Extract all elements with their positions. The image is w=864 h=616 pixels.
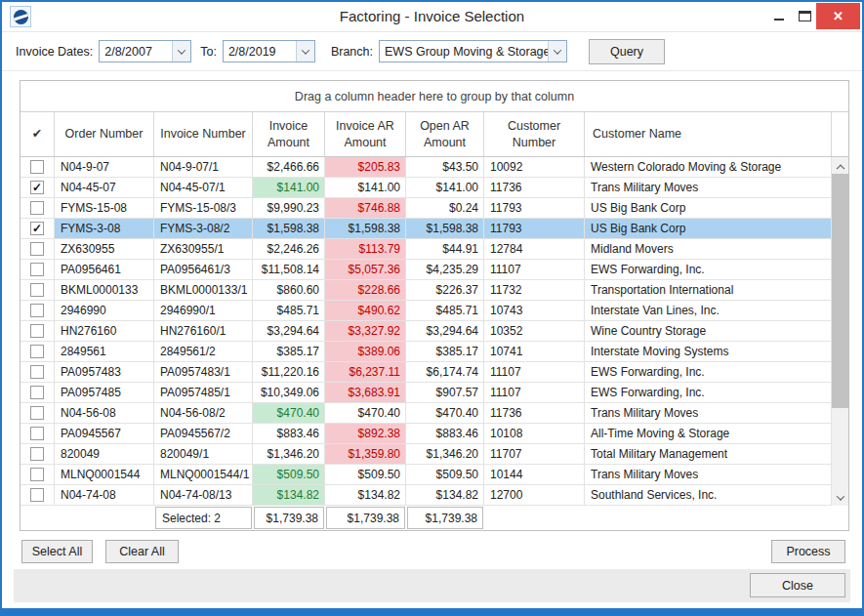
maximize-button[interactable] bbox=[792, 3, 817, 29]
table-row[interactable]: ✓ FYMS-3-08 FYMS-3-08/2 $1,598.38 $1,598… bbox=[21, 219, 832, 239]
cell-order-number: 2946990 bbox=[55, 301, 154, 320]
table-row[interactable]: PA0957483 PA0957483/1 $11,220.16 $6,237.… bbox=[21, 362, 832, 383]
scroll-up-button[interactable] bbox=[832, 157, 848, 174]
scrollbar-thumb[interactable] bbox=[832, 174, 848, 408]
table-row[interactable]: BKML0000133 BKML0000133/1 $860.60 $228.6… bbox=[21, 280, 832, 301]
row-checkbox[interactable] bbox=[30, 427, 44, 440]
column-header-check[interactable]: ✔ bbox=[21, 112, 55, 156]
close-button[interactable]: Close bbox=[750, 573, 845, 597]
close-window-button[interactable]: ✕ bbox=[816, 3, 860, 29]
cell-invoice-ar-amount: $509.50 bbox=[325, 465, 406, 484]
cell-invoice-amount: $11,220.16 bbox=[253, 362, 325, 382]
cell-customer-number: 12700 bbox=[484, 485, 585, 505]
cell-invoice-number: BKML0000133/1 bbox=[154, 280, 253, 300]
date-from-dropdown-button[interactable] bbox=[172, 41, 190, 62]
row-checkbox-cell bbox=[21, 260, 55, 279]
column-header-invoice-number[interactable]: Invoice Number bbox=[154, 112, 253, 156]
branch-dropdown-button[interactable] bbox=[548, 41, 566, 62]
table-row[interactable]: HN276160 HN276160/1 $3,294.64 $3,327.92 … bbox=[21, 321, 832, 342]
date-from-picker[interactable]: 2/8/2007 bbox=[99, 40, 191, 62]
date-to-dropdown-button[interactable] bbox=[296, 41, 314, 62]
cell-open-ar-amount: $4,235.29 bbox=[406, 260, 484, 279]
cell-customer-number: 10092 bbox=[484, 157, 585, 177]
cell-customer-number: 10352 bbox=[484, 321, 585, 341]
row-checkbox[interactable] bbox=[30, 365, 44, 379]
column-header-invoice-ar[interactable]: Invoice AR Amount bbox=[325, 112, 406, 156]
table-row[interactable]: 2849561 2849561/2 $385.17 $389.06 $385.1… bbox=[21, 342, 832, 362]
minimize-button[interactable] bbox=[766, 3, 792, 29]
table-row[interactable]: FYMS-15-08 FYMS-15-08/3 $9,990.23 $746.8… bbox=[21, 198, 832, 219]
row-checkbox[interactable]: ✓ bbox=[30, 181, 44, 194]
column-header-order-number[interactable]: Order Number bbox=[55, 112, 154, 156]
select-all-button[interactable]: Select All bbox=[21, 540, 93, 563]
row-checkbox[interactable] bbox=[30, 488, 44, 502]
cell-customer-number: 11707 bbox=[484, 444, 585, 464]
cell-order-number: PA0956461 bbox=[55, 260, 154, 279]
grid-summary-row: Selected: 2 $1,739.38 $1,739.38 $1,739.3… bbox=[21, 507, 848, 531]
row-checkbox-cell bbox=[21, 301, 55, 320]
row-checkbox[interactable] bbox=[30, 468, 44, 481]
cell-open-ar-amount: $1,598.38 bbox=[406, 219, 484, 238]
table-row[interactable]: N04-74-08 N04-74-08/13 $134.82 $134.82 $… bbox=[21, 485, 832, 506]
column-header-open-ar[interactable]: Open AR Amount bbox=[406, 112, 484, 156]
row-checkbox[interactable] bbox=[30, 324, 44, 338]
cell-invoice-ar-amount: $470.40 bbox=[325, 403, 406, 423]
table-row[interactable]: 820049 820049/1 $1,346.20 $1,359.80 $1,3… bbox=[21, 444, 832, 465]
row-checkbox[interactable]: ✓ bbox=[30, 222, 44, 235]
clear-all-button[interactable]: Clear All bbox=[105, 540, 179, 563]
table-row[interactable]: ZX630955 ZX630955/1 $2,246.26 $113.79 $4… bbox=[21, 239, 832, 260]
row-checkbox-cell bbox=[21, 198, 55, 218]
row-checkbox[interactable] bbox=[30, 304, 44, 317]
cell-customer-number: 11793 bbox=[484, 198, 585, 218]
row-checkbox[interactable] bbox=[30, 345, 44, 358]
column-header-customer-number[interactable]: Customer Number bbox=[484, 112, 585, 156]
table-row[interactable]: ✓ N04-45-07 N04-45-07/1 $141.00 $141.00 … bbox=[21, 178, 832, 198]
row-checkbox[interactable] bbox=[30, 283, 44, 297]
row-checkbox[interactable] bbox=[30, 386, 44, 399]
row-checkbox[interactable] bbox=[30, 201, 44, 215]
table-row[interactable]: N04-9-07 N04-9-07/1 $2,466.66 $205.83 $4… bbox=[21, 157, 832, 178]
row-checkbox-cell bbox=[21, 280, 55, 300]
table-row[interactable]: PA0957485 PA0957485/1 $10,349.06 $3,683.… bbox=[21, 383, 832, 403]
cell-invoice-ar-amount: $205.83 bbox=[325, 157, 406, 177]
cell-invoice-ar-amount: $746.88 bbox=[325, 198, 406, 218]
row-checkbox[interactable] bbox=[30, 160, 44, 174]
cell-open-ar-amount: $485.71 bbox=[406, 301, 484, 320]
table-row[interactable]: N04-56-08 N04-56-08/2 $470.40 $470.40 $4… bbox=[21, 403, 832, 424]
cell-order-number: 820049 bbox=[55, 444, 154, 464]
cell-invoice-number: 820049/1 bbox=[154, 444, 253, 464]
table-row[interactable]: 2946990 2946990/1 $485.71 $490.62 $485.7… bbox=[21, 301, 832, 321]
row-checkbox-cell: ✓ bbox=[21, 219, 55, 238]
summary-spacer bbox=[21, 507, 55, 531]
cell-invoice-number: FYMS-3-08/2 bbox=[154, 219, 253, 238]
invoice-grid: Drag a column header here to group by th… bbox=[20, 80, 849, 531]
query-button[interactable]: Query bbox=[589, 39, 665, 64]
row-checkbox[interactable] bbox=[30, 263, 44, 276]
cell-open-ar-amount: $43.50 bbox=[406, 157, 484, 177]
row-checkbox[interactable] bbox=[30, 447, 44, 461]
cell-customer-number: 10743 bbox=[484, 301, 585, 320]
cell-customer-name: Interstate Van Lines, Inc. bbox=[585, 301, 832, 320]
date-to-picker[interactable]: 2/8/2019 bbox=[223, 40, 315, 62]
group-by-hint: Drag a column header here to group by th… bbox=[295, 90, 574, 103]
table-row[interactable]: PA0945567 PA0945567/2 $883.46 $892.38 $8… bbox=[21, 424, 832, 444]
vertical-scrollbar[interactable] bbox=[832, 157, 848, 506]
cell-order-number: PA0945567 bbox=[55, 424, 154, 443]
table-row[interactable]: MLNQ0001544 MLNQ0001544/1 $509.50 $509.5… bbox=[21, 465, 832, 485]
branch-select[interactable]: EWS Group Moving & Storage... bbox=[379, 40, 567, 62]
cell-invoice-ar-amount: $6,237.11 bbox=[325, 362, 406, 382]
column-header-invoice-amount[interactable]: Invoice Amount bbox=[253, 112, 325, 156]
table-row[interactable]: PA0956461 PA0956461/3 $11,508.14 $5,057.… bbox=[21, 260, 832, 280]
scroll-down-button[interactable] bbox=[832, 489, 848, 506]
group-by-band[interactable]: Drag a column header here to group by th… bbox=[21, 81, 848, 112]
cell-customer-name: Transportation International bbox=[585, 280, 832, 300]
column-header-customer-name[interactable]: Customer Name bbox=[585, 112, 832, 156]
process-button[interactable]: Process bbox=[771, 540, 845, 563]
cell-open-ar-amount: $6,174.74 bbox=[406, 362, 484, 382]
row-checkbox[interactable] bbox=[30, 242, 44, 256]
grid-header-row: ✔ Order Number Invoice Number Invoice Am… bbox=[21, 112, 848, 157]
cell-invoice-ar-amount: $490.62 bbox=[325, 301, 406, 320]
row-checkbox[interactable] bbox=[30, 406, 44, 420]
cell-open-ar-amount: $385.17 bbox=[406, 342, 484, 361]
row-checkbox-cell: ✓ bbox=[21, 178, 55, 197]
